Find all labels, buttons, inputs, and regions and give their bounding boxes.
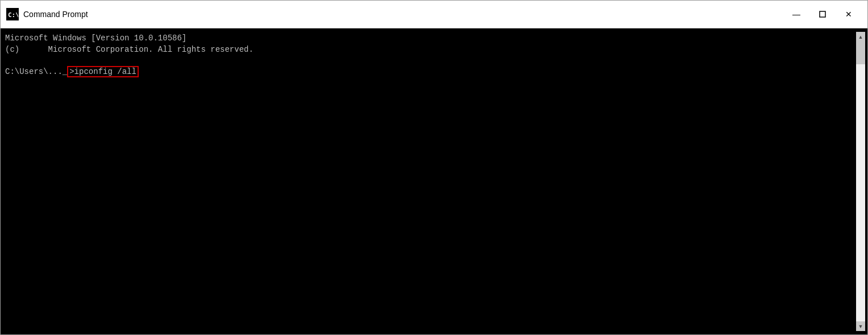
scrollbar-thumb[interactable] <box>856 42 865 64</box>
scrollbar-track[interactable] <box>856 42 865 321</box>
scrollbar-arrow-down[interactable]: ▼ <box>856 321 865 331</box>
close-button[interactable]: ✕ <box>836 1 862 28</box>
command-highlight: >ipconfig /all <box>67 66 139 77</box>
terminal-body[interactable]: Microsoft Windows [Version 10.0.10586] (… <box>1 28 867 334</box>
maximize-icon <box>819 11 826 18</box>
command-text: >ipconfig /all <box>69 67 136 76</box>
window-title: Command Prompt <box>23 10 783 19</box>
prompt-prefix: C:\Users\..._ <box>5 67 67 76</box>
window-controls: — ✕ <box>783 1 862 28</box>
cmd-icon: C:\ <box>6 8 19 20</box>
scrollbar-arrow-up[interactable]: ▲ <box>856 32 865 42</box>
terminal-line-2: (c) Microsoft Corporation. All rights re… <box>5 44 854 56</box>
terminal-line-3 <box>5 55 854 67</box>
titlebar: C:\ Command Prompt — ✕ <box>1 1 867 28</box>
cmd-window: C:\ Command Prompt — ✕ Microsoft Windows… <box>0 0 868 335</box>
maximize-button[interactable] <box>809 1 836 28</box>
svg-rect-2 <box>820 11 825 17</box>
minimize-button[interactable]: — <box>783 1 809 28</box>
terminal-line-4: C:\Users\..._>ipconfig /all <box>5 67 854 78</box>
scrollbar[interactable]: ▲ ▼ <box>856 32 865 331</box>
terminal-line-1: Microsoft Windows [Version 10.0.10586] <box>5 33 854 44</box>
terminal-content[interactable]: Microsoft Windows [Version 10.0.10586] (… <box>3 32 856 331</box>
svg-text:C:\: C:\ <box>8 11 18 19</box>
